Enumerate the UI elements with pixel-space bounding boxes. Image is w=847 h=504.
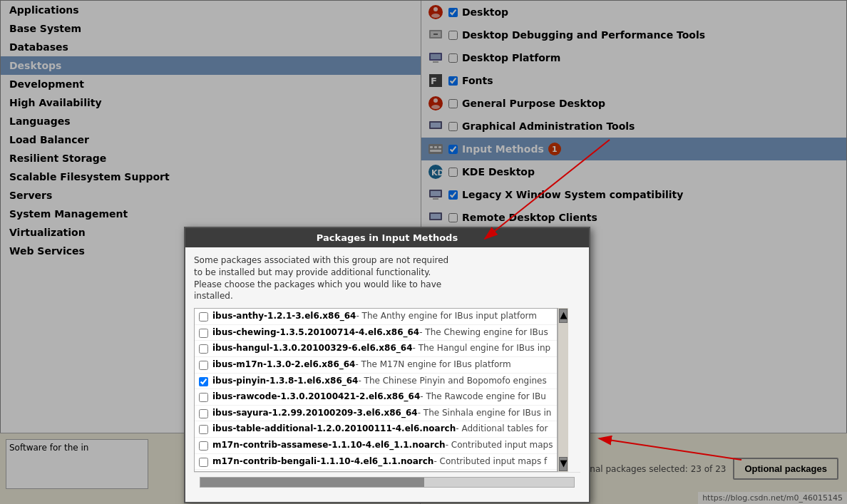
package-desc-ibus-chewing: - The Chewing engine for IBus <box>419 327 548 339</box>
package-desc-ibus-anthy: - The Anthy engine for IBus input platfo… <box>356 311 537 322</box>
modal-body: Some packages associated with this group… <box>185 247 589 502</box>
package-desc-ibus-hangul: - The Hangul engine for IBus inp <box>413 343 551 354</box>
package-checkbox-ibus-anthy[interactable] <box>199 312 208 322</box>
package-name-ibus-rawcode: ibus-rawcode-1.3.0.20100421-2.el6.x86_64 <box>212 391 420 403</box>
package-name-ibus-hangul: ibus-hangul-1.3.0.20100329-6.el6.x86_64 <box>212 343 413 354</box>
package-desc-ibus-pinyin: - The Chinese Pinyin and Bopomofo engine… <box>358 376 546 387</box>
package-checkbox-ibus-pinyin[interactable] <box>199 377 208 386</box>
packages-list[interactable]: ibus-anthy-1.2.1-3.el6.x86_64 - The Anth… <box>194 308 558 472</box>
package-checkbox-ibus-table-additional[interactable] <box>199 425 208 434</box>
package-checkbox-ibus-rawcode[interactable] <box>199 393 208 402</box>
package-desc-m17n-contrib-assamese: - Contributed input maps <box>446 440 553 451</box>
package-name-ibus-sayura: ibus-sayura-1.2.99.20100209-3.el6.x86_64 <box>212 408 418 419</box>
package-name-m17n-contrib-bengali: m17n-contrib-bengali-1.1.10-4.el6_1.1.no… <box>212 456 433 468</box>
modal-titlebar: Packages in Input Methods <box>185 228 589 247</box>
package-name-ibus-m17n: ibus-m17n-1.3.0-2.el6.x86_64 <box>212 359 355 371</box>
package-item-ibus-pinyin[interactable]: ibus-pinyin-1.3.8-1.el6.x86_64 - The Chi… <box>195 374 557 390</box>
packages-modal: Packages in Input Methods Some packages … <box>184 227 590 503</box>
package-desc-m17n-contrib-bengali: - Contributed input maps f <box>433 456 547 468</box>
package-checkbox-ibus-hangul[interactable] <box>199 344 208 354</box>
package-checkbox-ibus-chewing[interactable] <box>199 329 208 338</box>
scroll-track[interactable] <box>558 324 568 456</box>
package-desc-ibus-m17n: - The M17N engine for IBus platform <box>355 359 510 371</box>
package-name-ibus-table-additional: ibus-table-additional-1.2.0.20100111-4.e… <box>212 423 456 435</box>
modal-description: Some packages associated with this group… <box>194 254 580 302</box>
scroll-up-arrow[interactable]: ▲ <box>559 309 568 323</box>
package-name-ibus-pinyin: ibus-pinyin-1.3.8-1.el6.x86_64 <box>212 376 358 387</box>
package-checkbox-m17n-contrib-bengali[interactable] <box>199 458 208 467</box>
package-item-ibus-table-additional[interactable]: ibus-table-additional-1.2.0.20100111-4.e… <box>195 421 557 438</box>
package-item-m17n-contrib-bengali[interactable]: m17n-contrib-bengali-1.1.10-4.el6_1.1.no… <box>195 454 557 470</box>
package-desc-ibus-rawcode: - The Rawcode engine for IBu <box>420 391 546 403</box>
package-item-ibus-hangul[interactable]: ibus-hangul-1.3.0.20100329-6.el6.x86_64 … <box>195 341 557 357</box>
package-name-ibus-chewing: ibus-chewing-1.3.5.20100714-4.el6.x86_64 <box>212 327 419 339</box>
modal-scrollbar[interactable]: ▲ ▼ <box>558 308 568 472</box>
package-item-ibus-m17n[interactable]: ibus-m17n-1.3.0-2.el6.x86_64 - The M17N … <box>195 357 557 374</box>
package-name-m17n-contrib-assamese: m17n-contrib-assamese-1.1.10-4.el6_1.1.n… <box>212 440 446 451</box>
modal-footer <box>194 472 580 495</box>
package-checkbox-ibus-sayura[interactable] <box>199 409 208 418</box>
package-checkbox-m17n-contrib-assamese[interactable] <box>199 441 208 451</box>
scroll-thumb[interactable] <box>200 478 424 487</box>
modal-horizontal-scrollbar[interactable] <box>200 477 575 488</box>
package-checkbox-ibus-m17n[interactable] <box>199 361 208 370</box>
scroll-down-arrow[interactable]: ▼ <box>559 457 568 471</box>
package-desc-ibus-table-additional: - Additional tables for <box>456 423 548 435</box>
package-item-m17n-contrib-assamese[interactable]: m17n-contrib-assamese-1.1.10-4.el6_1.1.n… <box>195 438 557 454</box>
package-desc-ibus-sayura: - The Sinhala engine for IBus in <box>418 408 552 419</box>
package-name-ibus-anthy: ibus-anthy-1.2.1-3.el6.x86_64 <box>212 311 356 322</box>
package-item-ibus-rawcode[interactable]: ibus-rawcode-1.3.0.20100421-2.el6.x86_64… <box>195 389 557 406</box>
package-item-ibus-chewing[interactable]: ibus-chewing-1.3.5.20100714-4.el6.x86_64… <box>195 325 557 341</box>
package-item-ibus-anthy[interactable]: ibus-anthy-1.2.1-3.el6.x86_64 - The Anth… <box>195 309 557 325</box>
package-item-ibus-sayura[interactable]: ibus-sayura-1.2.99.20100209-3.el6.x86_64… <box>195 406 557 422</box>
